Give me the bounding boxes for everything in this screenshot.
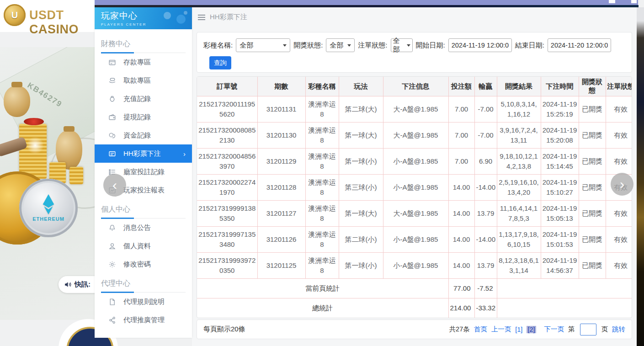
sidebar-item[interactable]: 資金記錄 bbox=[95, 126, 192, 144]
table-cell: 2152173200048563970 bbox=[197, 149, 257, 175]
sidebar-item[interactable]: 存款專區 bbox=[95, 53, 192, 71]
right-background-sliver bbox=[637, 7, 644, 346]
end-date-input[interactable] bbox=[548, 38, 611, 52]
table-cell: 2024-11-19 14:56:37 bbox=[541, 253, 579, 279]
gear-icon bbox=[108, 261, 116, 268]
page-number-link[interactable]: [1] bbox=[515, 326, 522, 333]
table-cell: 有效 bbox=[606, 227, 632, 253]
sidebar-item-label: 玩家投注報表 bbox=[123, 186, 165, 195]
page: U USDT CASINO KB46279 B ETHEREUM bbox=[0, 0, 644, 346]
table-cell: 小-A盤@1.985 bbox=[383, 253, 448, 279]
sidebar-item-label: 廳室投註記錄 bbox=[123, 168, 165, 176]
summary-label: 總統計 bbox=[197, 298, 448, 318]
table-cell: 31201126 bbox=[257, 227, 305, 253]
table-cell: -7.00 bbox=[474, 122, 497, 149]
table-cell: 已開獎 bbox=[579, 149, 606, 175]
table-cell: 2152173200080852130 bbox=[197, 122, 257, 149]
sidebar-item-label: 資金記錄 bbox=[123, 131, 151, 140]
page-title: HH彩票下注 bbox=[210, 13, 247, 21]
table-cell: 8,12,3,18,6,13,1,14 bbox=[497, 253, 541, 279]
page-number-link[interactable]: [2] bbox=[527, 326, 536, 333]
ethereum-logo-icon bbox=[42, 194, 55, 214]
summary-empty bbox=[497, 279, 632, 298]
table-cell: 7.00 bbox=[448, 96, 474, 122]
sidebar-item-label: 個人資料 bbox=[123, 242, 151, 250]
moneybag-icon bbox=[108, 95, 116, 103]
red-bow-graphic bbox=[24, 118, 44, 125]
slider-prev-button[interactable]: ‹ bbox=[103, 174, 126, 197]
coin-stack-graphic bbox=[69, 167, 83, 184]
draw-status-select[interactable]: 全部 bbox=[326, 38, 355, 52]
table-cell: 小-A盤@1.985 bbox=[383, 175, 448, 201]
jump-suffix-text: 页 bbox=[601, 325, 608, 334]
table-cell: 澳洲幸运8 bbox=[305, 122, 339, 149]
topbar-fragment bbox=[631, 0, 637, 3]
table-cell: 有效 bbox=[606, 96, 632, 122]
table-cell: 7.00 bbox=[448, 122, 474, 149]
sidebar-item-label: HH彩票下注 bbox=[123, 149, 161, 158]
page-jump-input[interactable] bbox=[580, 324, 596, 335]
prev-page-link[interactable]: 上一页 bbox=[491, 325, 511, 334]
sidebar-item[interactable]: 提現記錄 bbox=[95, 108, 192, 126]
table-row: 215217320002274197031201128澳洲幸运8第三球(小)小-… bbox=[197, 175, 632, 201]
sidebar-item-label: 充值記錄 bbox=[123, 95, 151, 103]
withdraw-hand-icon bbox=[108, 77, 116, 85]
table-cell: 13.79 bbox=[474, 253, 497, 279]
sidebar-item[interactable]: 取款專區 bbox=[95, 71, 192, 90]
column-header: 期數 bbox=[257, 77, 305, 96]
table-cell: 31201131 bbox=[257, 96, 305, 122]
summary-winloss-total: -33.32 bbox=[474, 298, 497, 318]
column-header: 投注額 bbox=[448, 77, 474, 96]
jump-button[interactable]: 跳转 bbox=[612, 325, 625, 334]
chevron-down-icon bbox=[347, 44, 351, 47]
summary-row: 當前頁統計77.00-7.52 bbox=[197, 279, 632, 298]
bets-table-card: 訂單號期數彩種名稱玩法下注信息投注額輸贏開獎結果下注時間開獎狀態注單狀態 215… bbox=[197, 76, 632, 318]
sidebar-item[interactable]: 消息公告 bbox=[95, 218, 192, 237]
sidebar-item[interactable]: 代理規則說明 bbox=[95, 293, 192, 311]
table-cell: 1,13,17,9,18,6,10,15 bbox=[497, 227, 541, 253]
table-cell: 澳洲幸运8 bbox=[305, 201, 339, 227]
sidebar-item[interactable]: 個人資料 bbox=[95, 237, 192, 255]
next-page-link[interactable]: 下一页 bbox=[544, 325, 564, 334]
table-cell: 31201129 bbox=[257, 149, 305, 175]
table-cell: 澳洲幸运8 bbox=[305, 253, 339, 279]
sidebar-item[interactable]: 充值記錄 bbox=[95, 90, 192, 108]
brand-coin-icon: U bbox=[4, 4, 26, 26]
menu-toggle-icon[interactable] bbox=[198, 15, 205, 20]
slider-next-button[interactable]: › bbox=[611, 173, 633, 196]
ethereum-label: ETHEREUM bbox=[32, 216, 64, 222]
order-status-select[interactable]: 全部 bbox=[391, 38, 413, 52]
page-links: [1][2] bbox=[515, 326, 540, 333]
column-header: 彩種名稱 bbox=[305, 77, 339, 96]
end-date-label: 結束日期: bbox=[515, 41, 544, 50]
table-cell: 已開獎 bbox=[579, 175, 606, 201]
sidebar-header: 玩家中心 PLAYERS CENTER bbox=[95, 7, 192, 29]
sidebar-item[interactable]: HH彩票下注› bbox=[95, 144, 192, 163]
column-header: 下注時間 bbox=[541, 77, 579, 96]
sidebar: 玩家中心 PLAYERS CENTER 財務中心存款專區取款專區充值記錄提現記錄… bbox=[95, 7, 192, 338]
table-header-row: 訂單號期數彩種名稱玩法下注信息投注額輸贏開獎結果下注時間開獎狀態注單狀態 bbox=[197, 77, 632, 96]
table-cell: 第一球(大) bbox=[339, 201, 383, 227]
topbar-fragment bbox=[609, 0, 615, 3]
sidebar-item-label: 取款專區 bbox=[123, 76, 151, 85]
gamepad-decoration-icon bbox=[163, 10, 187, 26]
wallet-icon bbox=[108, 113, 116, 121]
start-date-input[interactable] bbox=[448, 38, 512, 52]
user-icon bbox=[108, 242, 116, 250]
first-page-link[interactable]: 首页 bbox=[474, 325, 487, 334]
table-cell: 31201130 bbox=[257, 122, 305, 149]
pager: 共27条 首页 上一页 [1][2] 下一页 第 页 跳转 bbox=[449, 324, 625, 335]
sidebar-item-label: 消息公告 bbox=[123, 224, 151, 232]
table-cell: 小-A盤@1.985 bbox=[383, 149, 448, 175]
news-ticker-label: 快訊: bbox=[75, 280, 90, 289]
lottery-name-select[interactable]: 全部 bbox=[236, 38, 290, 52]
table-cell: 澳洲幸运8 bbox=[305, 96, 339, 122]
sidebar-item[interactable]: 代理推廣管理 bbox=[95, 311, 192, 329]
left-background: U USDT CASINO KB46279 B ETHEREUM bbox=[0, 0, 95, 346]
search-button[interactable]: 查詢 bbox=[209, 56, 231, 69]
sidebar-item[interactable]: 修改密碼 bbox=[95, 255, 192, 273]
table-cell: 已開獎 bbox=[579, 227, 606, 253]
breadcrumb: HH彩票下注 bbox=[198, 13, 247, 21]
column-header: 玩法 bbox=[339, 77, 383, 96]
sidebar-item-label: 代理推廣管理 bbox=[123, 316, 165, 325]
